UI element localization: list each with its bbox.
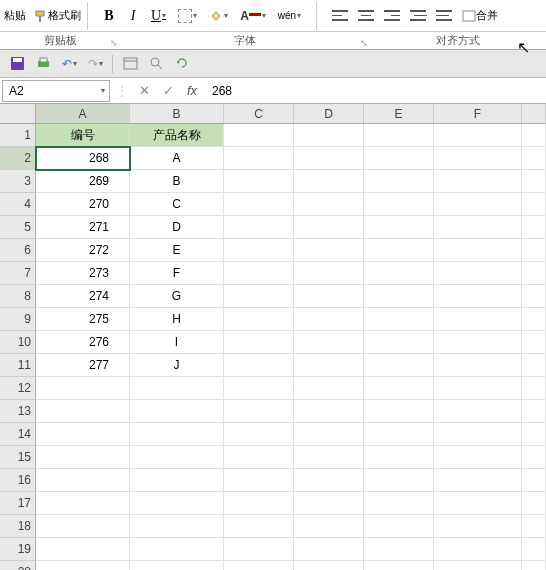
cell[interactable] bbox=[294, 561, 364, 570]
row-header[interactable]: 10 bbox=[0, 331, 36, 354]
cell[interactable] bbox=[364, 538, 434, 561]
cell[interactable] bbox=[364, 124, 434, 147]
cell[interactable] bbox=[364, 216, 434, 239]
select-all-corner[interactable] bbox=[0, 104, 36, 123]
cell[interactable] bbox=[130, 515, 224, 538]
cell[interactable] bbox=[522, 147, 546, 170]
cell[interactable]: 产品名称 bbox=[130, 124, 224, 147]
cell[interactable] bbox=[522, 377, 546, 400]
cell[interactable] bbox=[224, 446, 294, 469]
cell[interactable] bbox=[130, 492, 224, 515]
cell[interactable] bbox=[522, 262, 546, 285]
cell[interactable] bbox=[130, 469, 224, 492]
cell[interactable] bbox=[224, 377, 294, 400]
row-header[interactable]: 13 bbox=[0, 400, 36, 423]
row-header[interactable]: 18 bbox=[0, 515, 36, 538]
col-header-C[interactable]: C bbox=[224, 104, 294, 123]
cell[interactable]: B bbox=[130, 170, 224, 193]
cell[interactable] bbox=[364, 561, 434, 570]
cell[interactable] bbox=[364, 193, 434, 216]
cell[interactable] bbox=[522, 423, 546, 446]
cell[interactable] bbox=[36, 561, 130, 570]
cell[interactable]: 274 bbox=[36, 285, 130, 308]
cell[interactable] bbox=[224, 423, 294, 446]
cell[interactable] bbox=[364, 354, 434, 377]
cell[interactable]: C bbox=[130, 193, 224, 216]
cell[interactable] bbox=[364, 239, 434, 262]
cell[interactable] bbox=[364, 469, 434, 492]
border-button[interactable]: ▾ bbox=[175, 6, 200, 26]
cell[interactable] bbox=[522, 308, 546, 331]
row-header[interactable]: 16 bbox=[0, 469, 36, 492]
cell[interactable]: 273 bbox=[36, 262, 130, 285]
row-header[interactable]: 11 bbox=[0, 354, 36, 377]
cell[interactable] bbox=[130, 538, 224, 561]
phonetic-button[interactable]: wén▾ bbox=[275, 6, 304, 26]
col-header-F[interactable]: F bbox=[434, 104, 522, 123]
dialog-launcher-icon[interactable]: ⤡ bbox=[360, 38, 368, 48]
row-header[interactable]: 6 bbox=[0, 239, 36, 262]
font-color-button[interactable]: A▾ bbox=[237, 6, 269, 26]
cell[interactable] bbox=[434, 561, 522, 570]
cell[interactable] bbox=[294, 354, 364, 377]
cell[interactable] bbox=[294, 170, 364, 193]
increase-indent-button[interactable] bbox=[433, 6, 455, 26]
merge-button[interactable]: 合并 bbox=[459, 6, 501, 26]
enter-button[interactable]: ✓ bbox=[156, 80, 180, 102]
cell[interactable] bbox=[294, 239, 364, 262]
format-painter-button[interactable]: 格式刷 bbox=[34, 8, 81, 23]
row-header[interactable]: 14 bbox=[0, 423, 36, 446]
row-header[interactable]: 20 bbox=[0, 561, 36, 570]
cell[interactable]: 编号 bbox=[36, 124, 130, 147]
cell[interactable] bbox=[36, 446, 130, 469]
col-header-B[interactable]: B bbox=[130, 104, 224, 123]
cell[interactable] bbox=[434, 423, 522, 446]
row-header[interactable]: 4 bbox=[0, 193, 36, 216]
cell[interactable] bbox=[224, 308, 294, 331]
refresh-button[interactable] bbox=[173, 55, 191, 73]
cell[interactable] bbox=[364, 331, 434, 354]
cell[interactable] bbox=[36, 469, 130, 492]
cell[interactable] bbox=[294, 377, 364, 400]
cell[interactable] bbox=[36, 423, 130, 446]
cell[interactable] bbox=[434, 400, 522, 423]
cell[interactable]: J bbox=[130, 354, 224, 377]
cell[interactable] bbox=[224, 515, 294, 538]
paste-button[interactable]: 粘贴 bbox=[0, 8, 30, 23]
cell[interactable] bbox=[294, 423, 364, 446]
cell[interactable]: F bbox=[130, 262, 224, 285]
cell[interactable] bbox=[522, 469, 546, 492]
cell[interactable] bbox=[224, 262, 294, 285]
cell[interactable]: 268 bbox=[36, 147, 130, 170]
cell[interactable] bbox=[364, 400, 434, 423]
cell[interactable] bbox=[130, 446, 224, 469]
cell[interactable]: 269 bbox=[36, 170, 130, 193]
cell[interactable] bbox=[224, 147, 294, 170]
cell[interactable] bbox=[522, 170, 546, 193]
cell[interactable] bbox=[522, 515, 546, 538]
cell[interactable] bbox=[434, 492, 522, 515]
redo-button[interactable]: ↷▾ bbox=[86, 55, 104, 73]
cell[interactable] bbox=[224, 285, 294, 308]
cell[interactable] bbox=[224, 561, 294, 570]
name-box[interactable]: A2 ▾ bbox=[2, 80, 110, 102]
cell[interactable]: A bbox=[130, 147, 224, 170]
cell[interactable] bbox=[130, 423, 224, 446]
cell[interactable] bbox=[364, 147, 434, 170]
cell[interactable] bbox=[522, 331, 546, 354]
cell[interactable]: D bbox=[130, 216, 224, 239]
cell[interactable]: G bbox=[130, 285, 224, 308]
row-header[interactable]: 1 bbox=[0, 124, 36, 147]
cell[interactable] bbox=[522, 124, 546, 147]
cell[interactable] bbox=[434, 124, 522, 147]
cell[interactable] bbox=[294, 216, 364, 239]
cell[interactable] bbox=[522, 492, 546, 515]
align-right-button[interactable] bbox=[381, 6, 403, 26]
cell[interactable] bbox=[224, 469, 294, 492]
col-header-extra[interactable] bbox=[522, 104, 546, 123]
cell[interactable] bbox=[434, 515, 522, 538]
col-header-A[interactable]: A bbox=[36, 104, 130, 123]
cell[interactable] bbox=[294, 492, 364, 515]
row-header[interactable]: 3 bbox=[0, 170, 36, 193]
cell[interactable]: I bbox=[130, 331, 224, 354]
